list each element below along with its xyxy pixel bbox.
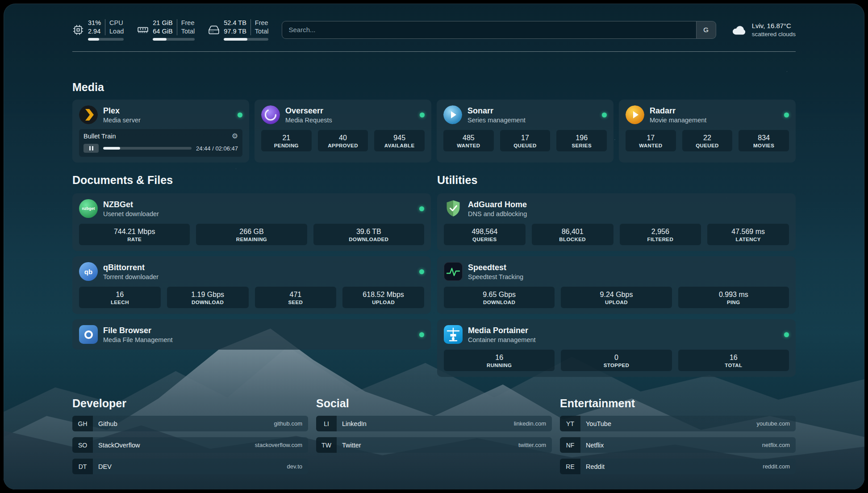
service-description: Media Requests: [285, 117, 332, 124]
service-description: Speedtest Tracking: [468, 273, 523, 280]
status-online-dot: [420, 113, 425, 117]
service-name: NZBGet: [103, 200, 159, 209]
search-bar: G: [282, 21, 716, 39]
stat-box: 834MOVIES: [739, 130, 789, 151]
service-name: Speedtest: [468, 263, 523, 272]
divider: [250, 19, 251, 35]
utilities-column: Utilities: [437, 173, 796, 377]
service-card-filebrowser[interactable]: File Browser Media File Management: [72, 319, 431, 350]
stat-box: 16TOTAL: [678, 350, 789, 371]
cloud-icon: [731, 22, 747, 38]
bookmark-domain: github.com: [274, 420, 302, 427]
bookmark-name: LinkedIn: [342, 420, 367, 427]
bookmark-group-social: Social LI LinkedIn linkedin.com TW Twitt…: [316, 397, 552, 480]
nzbget-icon: nzbget: [79, 199, 98, 218]
service-card-sonarr[interactable]: Sonarr Series management 485WANTED 17QUE…: [437, 100, 613, 163]
service-card-radarr[interactable]: Radarr Movie management 17WANTED 22QUEUE…: [619, 100, 796, 163]
disk-labels: FreeTotal: [255, 19, 269, 36]
stat-box: 266 GBREMAINING: [196, 224, 307, 245]
search-provider-button[interactable]: G: [696, 21, 716, 38]
service-card-qbittorrent[interactable]: qb qBittorrent Torrent downloader 16LEEC…: [72, 256, 431, 314]
bookmark-name: Twitter: [342, 442, 361, 449]
bookmark-stackoverflow[interactable]: SO StackOverflow stackoverflow.com: [72, 437, 308, 453]
pause-button[interactable]: [83, 144, 99, 153]
service-card-nzbget[interactable]: nzbget NZBGet Usenet downloader 744.21 M…: [72, 193, 431, 251]
stat-box: 40APPROVED: [318, 130, 368, 151]
stat-box: 744.21 MbpsRATE: [79, 224, 190, 245]
gear-icon[interactable]: ⚙: [232, 133, 238, 140]
status-online-dot: [419, 332, 424, 337]
bookmark-name: StackOverflow: [98, 442, 140, 449]
service-card-speedtest[interactable]: Speedtest Speedtest Tracking 9.65 GbpsDO…: [437, 256, 796, 314]
stat-box: 9.24 GbpsUPLOAD: [561, 287, 672, 308]
playback-progress-bar[interactable]: [103, 147, 192, 150]
stat-box: 17WANTED: [626, 130, 676, 151]
plex-now-playing-widget: Bullet Train ⚙ 24:44 / 02:06:47: [79, 129, 242, 157]
bookmark-twitter[interactable]: TW Twitter twitter.com: [316, 437, 552, 453]
overseerr-icon: [261, 105, 280, 124]
stat-box: 485WANTED: [443, 130, 494, 151]
disk-widget: 52.4 TB97.9 TB FreeTotal: [208, 19, 268, 41]
status-online-dot: [419, 269, 424, 274]
service-name: AdGuard Home: [468, 200, 527, 209]
bookmark-reddit[interactable]: RE Reddit reddit.com: [560, 459, 796, 474]
bookmark-name: Reddit: [586, 463, 605, 470]
stat-box: 16LEECH: [79, 287, 161, 308]
status-online-dot: [419, 206, 424, 211]
documents-column: Documents & Files nzbget NZBGet Usenet d…: [72, 173, 431, 377]
bookmark-abbr: DT: [72, 459, 93, 474]
stat-box: 498,564QUERIES: [444, 224, 526, 245]
service-card-plex[interactable]: Plex Media server Bullet Train ⚙ 24:44 /…: [72, 100, 249, 163]
service-description: Media File Management: [103, 336, 173, 343]
bookmark-github[interactable]: GH Github github.com: [72, 416, 308, 431]
bookmark-name: Github: [98, 420, 117, 427]
cpu-icon: [72, 24, 84, 36]
search-input[interactable]: [282, 21, 696, 38]
memory-widget: 21 GiB64 GiB FreeTotal: [137, 19, 195, 41]
bookmark-name: Netflix: [586, 442, 604, 449]
sonarr-icon: [443, 105, 462, 124]
service-card-overseerr[interactable]: Overseerr Media Requests 21PENDING 40APP…: [255, 100, 431, 163]
service-card-adguard[interactable]: AdGuard Home DNS and adblocking 498,564Q…: [437, 193, 796, 251]
bookmark-abbr: TW: [316, 437, 337, 453]
bookmark-abbr: SO: [72, 437, 93, 453]
stat-box: 47.569 msLATENCY: [707, 224, 789, 245]
stat-box: 1.19 GbpsDOWNLOAD: [167, 287, 249, 308]
bookmark-group-entertainment: Entertainment YT YouTube youtube.com NF …: [560, 397, 796, 480]
service-description: Series management: [467, 117, 526, 124]
divider: [105, 19, 105, 35]
dashboard-window: 31%2.94 CPULoad: [4, 4, 864, 489]
radarr-icon: [626, 105, 644, 124]
section-title-utilities: Utilities: [437, 173, 796, 187]
weather-widget: Lviv, 16.87°C scattered clouds: [731, 21, 796, 38]
service-name: File Browser: [103, 326, 173, 335]
bookmark-name: DEV: [98, 463, 112, 470]
weather-location: Lviv, 16.87°C: [752, 21, 796, 30]
bookmark-group-developer: Developer GH Github github.com SO StackO…: [72, 397, 308, 480]
stat-box: 39.6 TBDOWNLOADED: [313, 224, 424, 245]
qbittorrent-icon: qb: [79, 262, 98, 281]
section-title-documents: Documents & Files: [72, 173, 431, 187]
stat-box: 22QUEUED: [682, 130, 733, 151]
memory-icon: [137, 24, 149, 36]
memory-usage-bar: [153, 38, 195, 41]
service-description: Usenet downloader: [103, 210, 159, 217]
bookmark-linkedin[interactable]: LI LinkedIn linkedin.com: [316, 416, 552, 431]
service-description: Media server: [103, 117, 141, 124]
bookmark-youtube[interactable]: YT YouTube youtube.com: [560, 416, 796, 431]
stat-box: 17QUEUED: [500, 130, 551, 151]
status-online-dot: [784, 332, 789, 337]
portainer-icon: [444, 325, 463, 344]
stat-box: 21PENDING: [261, 130, 312, 151]
header-divider: [72, 51, 796, 52]
status-online-dot: [602, 113, 607, 117]
bookmark-netflix[interactable]: NF Netflix netflix.com: [560, 437, 796, 453]
section-title-entertainment: Entertainment: [560, 397, 796, 410]
bookmark-dev[interactable]: DT DEV dev.to: [72, 459, 308, 474]
stat-box: 618.52 MbpsUPLOAD: [342, 287, 424, 308]
playback-time: 24:44 / 02:06:47: [196, 145, 238, 152]
weather-condition: scattered clouds: [752, 30, 796, 38]
bookmark-name: YouTube: [586, 420, 611, 427]
plex-icon: [79, 105, 98, 124]
service-card-portainer[interactable]: Media Portainer Container management 16R…: [437, 319, 796, 377]
